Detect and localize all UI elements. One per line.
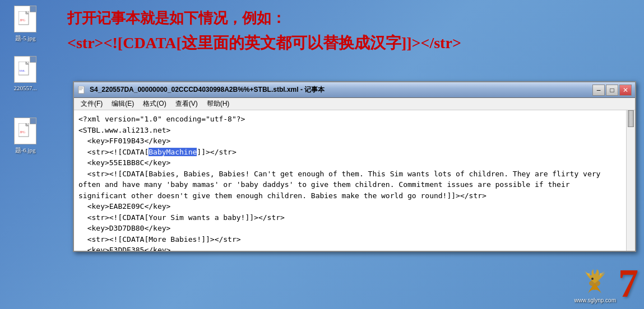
notepad-window: S4_220557DA_00000000_02CCCD4030998A2B%%+… xyxy=(73,81,636,252)
watermark-number: 7 xyxy=(618,263,638,303)
file-icon-3: JPG xyxy=(14,118,36,144)
highlighted-text: BabyMachine xyxy=(149,148,197,156)
menu-format[interactable]: 格式(O) xyxy=(138,98,170,110)
desktop-icon-3[interactable]: JPG 题-6.jpg xyxy=(6,118,45,154)
desktop-icon-1[interactable]: JPG 题-5.jpg xyxy=(6,6,45,43)
minimize-button[interactable]: – xyxy=(592,85,605,96)
menu-help[interactable]: 帮助(H) xyxy=(202,98,234,110)
instruction-line1: 打开记事本就是如下情况，例如： xyxy=(67,8,633,28)
menu-view[interactable]: 查看(V) xyxy=(171,98,202,110)
maximize-button[interactable]: □ xyxy=(606,85,618,96)
watermark-url: www.sglynp.com xyxy=(574,297,616,303)
svg-rect-10 xyxy=(79,87,83,88)
scrollbar[interactable] xyxy=(626,110,635,251)
notepad-icon xyxy=(77,86,86,95)
menu-edit[interactable]: 编辑(E) xyxy=(107,98,138,110)
menu-file[interactable]: 文件(F) xyxy=(76,98,107,110)
svg-text:JPG: JPG xyxy=(20,130,26,134)
window-title: S4_220557DA_00000000_02CCCD4030998A2B%%+… xyxy=(90,85,592,95)
close-button[interactable]: ✕ xyxy=(619,85,632,96)
svg-point-14 xyxy=(591,278,594,280)
file-icon-1: JPG xyxy=(14,6,36,32)
scrollbar-thumb[interactable] xyxy=(628,110,634,127)
icon-label-3: 题-6.jpg xyxy=(15,146,36,154)
phoenix-area: www.sglynp.com xyxy=(574,266,616,303)
content-area[interactable]: <?xml version="1.0" encoding="utf-8"?> <… xyxy=(74,110,635,251)
phoenix-icon xyxy=(580,266,610,297)
svg-rect-12 xyxy=(79,90,82,90)
watermark-container: www.sglynp.com 7 xyxy=(574,263,638,303)
svg-text:XML: XML xyxy=(19,69,25,72)
title-buttons: – □ ✕ xyxy=(592,85,632,96)
menu-bar: 文件(F) 编辑(E) 格式(O) 查看(V) 帮助(H) xyxy=(74,98,635,110)
desktop: JPG 题-5.jpg XML 220557... JPG 题-6.jpg 打开… xyxy=(0,0,644,309)
svg-rect-11 xyxy=(79,88,83,89)
xml-content: <?xml version="1.0" encoding="utf-8"?> <… xyxy=(78,114,631,251)
desktop-icon-2[interactable]: XML 220557... xyxy=(6,56,45,91)
file-icon-2: XML xyxy=(14,56,36,83)
title-bar: S4_220557DA_00000000_02CCCD4030998A2B%%+… xyxy=(74,82,635,98)
icon-label-1: 题-5.jpg xyxy=(15,34,36,43)
instruction-area: 打开记事本就是如下情况，例如： <str><!​[CDATA[这里面的英文都可以… xyxy=(56,0,644,62)
icon-label-2: 220557... xyxy=(13,85,36,91)
watermark: www.sglynp.com 7 xyxy=(574,263,638,303)
svg-text:JPG: JPG xyxy=(20,18,26,22)
instruction-line2: <str><!​[CDATA[这里面的英文都可以替换成汉字]]></str> xyxy=(67,32,633,54)
